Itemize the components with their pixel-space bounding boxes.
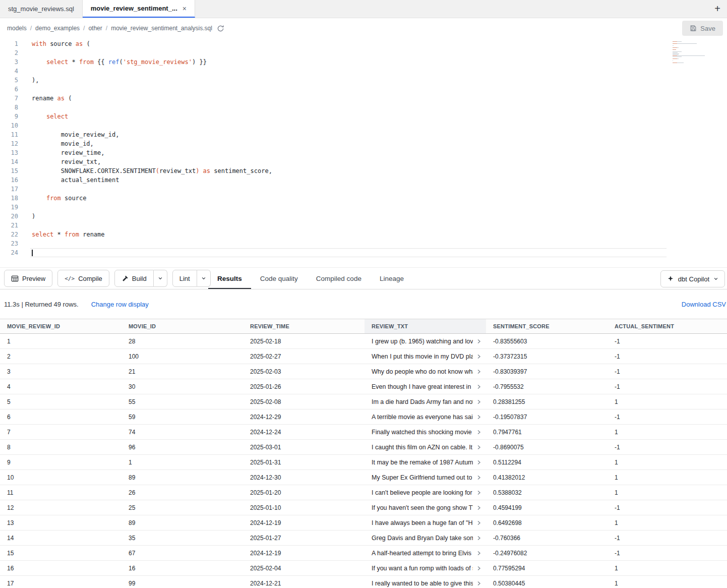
dbt-copilot-button[interactable]: dbt Copilot: [660, 270, 725, 287]
editor-line: 10: [0, 121, 667, 130]
code-line: [30, 221, 667, 230]
cell-review_time: 2025-01-10: [243, 500, 365, 515]
breadcrumb-item[interactable]: other: [88, 25, 102, 32]
expand-review-button[interactable]: [476, 565, 482, 571]
cell-actual_sentiment: 1: [608, 470, 727, 485]
code-line: movie_id,: [30, 139, 667, 148]
expand-review-button[interactable]: [476, 354, 482, 360]
tab-stg-movie-reviews[interactable]: stg_movie_reviews.sql: [0, 0, 83, 18]
table-row: 13892024-12-19I have always been a huge …: [0, 515, 727, 531]
expand-review-button[interactable]: [476, 429, 482, 435]
expand-review-button[interactable]: [476, 459, 482, 465]
preview-label: Preview: [22, 275, 45, 282]
result-tab-lineage[interactable]: Lineage: [371, 268, 413, 289]
breadcrumb-item[interactable]: models: [7, 25, 27, 32]
cell-review_txt: Im a die hard Dads Army fan and nothi…: [365, 394, 486, 409]
column-header-review_txt[interactable]: REVIEW_TXT: [365, 319, 486, 333]
line-number: 1: [0, 39, 18, 48]
build-button[interactable]: Build: [114, 270, 154, 287]
editor-line: 17: [0, 185, 667, 194]
preview-grid-icon: [11, 275, 19, 282]
preview-button[interactable]: Preview: [4, 270, 52, 287]
expand-review-button[interactable]: [476, 520, 482, 526]
save-button[interactable]: Save: [682, 21, 723, 36]
expand-review-button[interactable]: [476, 490, 482, 496]
editor-line: 22select * from rename: [0, 230, 667, 239]
expand-review-button[interactable]: [476, 384, 482, 390]
editor-line: 13 review_time,: [0, 148, 667, 157]
breadcrumb-item[interactable]: demo_examples: [35, 25, 80, 32]
cell-sentiment_score: 0.28381255: [486, 394, 608, 409]
table-row: 912025-01-31It may be the remake of 1987…: [0, 455, 727, 470]
column-header-movie_review_id[interactable]: MOVIE_REVIEW_ID: [0, 319, 122, 333]
refresh-icon[interactable]: [217, 25, 224, 32]
result-tab-code-quality[interactable]: Code quality: [251, 268, 307, 289]
result-tab-compiled-code[interactable]: Compiled code: [307, 268, 371, 289]
expand-review-button[interactable]: [476, 535, 482, 541]
expand-review-button[interactable]: [476, 444, 482, 450]
expand-review-button[interactable]: [476, 369, 482, 375]
cell-sentiment_score: 0.4594199: [486, 500, 608, 515]
review-text: If you want a fun romp with loads of s…: [372, 565, 473, 572]
expand-review-button[interactable]: [476, 580, 482, 586]
cell-actual_sentiment: -1: [608, 531, 727, 545]
lint-button[interactable]: Lint: [172, 270, 197, 287]
column-header-review_time[interactable]: REVIEW_TIME: [243, 319, 365, 333]
new-tab-button[interactable]: +: [708, 0, 727, 18]
result-tab-results[interactable]: Results: [208, 268, 251, 289]
line-number: 17: [0, 185, 18, 194]
expand-review-button[interactable]: [476, 338, 482, 344]
compile-button[interactable]: </> Compile: [57, 270, 109, 287]
cell-movie_id: 1: [122, 455, 243, 469]
cell-movie_id: 16: [122, 561, 243, 575]
line-number: 7: [0, 94, 18, 103]
cell-sentiment_score: -0.8690075: [486, 440, 608, 454]
expand-review-button[interactable]: [476, 505, 482, 511]
cell-movie_review_id: 8: [0, 440, 122, 454]
column-header-actual_sentiment[interactable]: ACTUAL_SENTIMENT: [608, 319, 727, 333]
expand-review-button[interactable]: [476, 550, 482, 556]
build-dropdown-chevron-icon[interactable]: [154, 270, 167, 287]
cell-movie_review_id: 4: [0, 379, 122, 394]
tab-movie-review-sentiment[interactable]: movie_review_sentiment_... ×: [83, 0, 195, 18]
editor-minimap[interactable]: [673, 41, 707, 66]
breadcrumb-item[interactable]: movie_review_sentiment_analysis.sql: [111, 25, 212, 32]
close-tab-icon[interactable]: ×: [183, 5, 187, 12]
line-number: 16: [0, 175, 18, 185]
line-number: 22: [0, 230, 18, 239]
column-header-movie_id[interactable]: MOVIE_ID: [122, 319, 243, 333]
code-line: with source as (: [30, 39, 667, 48]
expand-review-button[interactable]: [476, 399, 482, 405]
minimap-line: [673, 56, 682, 57]
cell-movie_id: 21: [122, 364, 243, 379]
cell-review_time: 2024-12-24: [243, 425, 365, 439]
code-line: [30, 67, 667, 76]
lint-label: Lint: [179, 275, 190, 282]
cell-movie_review_id: 13: [0, 515, 122, 530]
editor-line: 5),: [0, 76, 667, 85]
review-text: It may be the remake of 1987 Autumn'…: [372, 459, 473, 466]
expand-review-button[interactable]: [476, 414, 482, 420]
editor-line: 1with source as (: [0, 39, 667, 48]
results-status-bar: 11.3s | Returned 49 rows. Change row dis…: [0, 289, 727, 319]
change-row-display-link[interactable]: Change row display: [91, 301, 149, 308]
cell-review_txt: If you haven't seen the gong show TV s…: [365, 500, 486, 515]
download-csv-link[interactable]: Download CSV: [682, 301, 726, 308]
cell-movie_id: 67: [122, 546, 243, 560]
cell-movie_id: 89: [122, 515, 243, 530]
text-cursor: [32, 250, 33, 256]
minimap-line: [673, 41, 682, 42]
code-line: SNOWFLAKE.CORTEX.SENTIMENT(review_txt) a…: [30, 166, 667, 175]
line-number: 23: [0, 239, 18, 248]
table-row: 12252025-01-10If you haven't seen the go…: [0, 500, 727, 515]
expand-review-button[interactable]: [476, 475, 482, 481]
sql-editor[interactable]: 1with source as (23 select * from {{ ref…: [0, 38, 727, 267]
minimap-line: [673, 55, 705, 56]
cell-movie_review_id: 5: [0, 394, 122, 409]
table-row: 16162025-02-04If you want a fun romp wit…: [0, 561, 727, 576]
editor-line: 6: [0, 85, 667, 94]
table-body: 1282025-02-18I grew up (b. 1965) watchin…: [0, 334, 727, 588]
cell-sentiment_score: 0.6492698: [486, 515, 608, 530]
line-number: 4: [0, 67, 18, 76]
column-header-sentiment_score[interactable]: SENTIMENT_SCORE: [486, 319, 608, 333]
